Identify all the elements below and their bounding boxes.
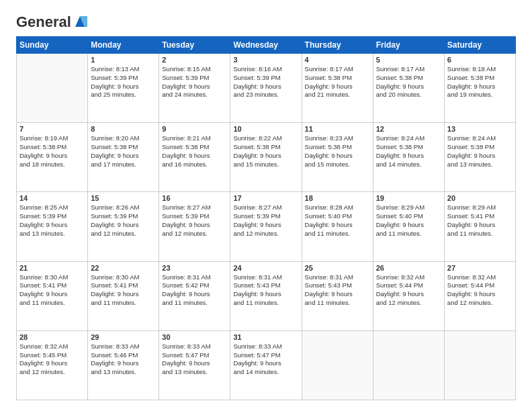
logo: General — [16, 13, 87, 28]
calendar-cell: 2Sunrise: 8:15 AM Sunset: 5:39 PM Daylig… — [159, 54, 230, 123]
day-info: Sunrise: 8:24 AM Sunset: 5:38 PM Dayligh… — [376, 134, 441, 169]
day-header-saturday: Saturday — [444, 37, 515, 54]
calendar-cell: 22Sunrise: 8:30 AM Sunset: 5:41 PM Dayli… — [88, 261, 159, 330]
day-number: 22 — [91, 264, 156, 272]
calendar-cell: 5Sunrise: 8:17 AM Sunset: 5:38 PM Daylig… — [373, 54, 444, 123]
calendar-cell: 14Sunrise: 8:25 AM Sunset: 5:39 PM Dayli… — [17, 192, 88, 261]
day-number: 1 — [91, 56, 156, 64]
calendar-cell: 24Sunrise: 8:31 AM Sunset: 5:43 PM Dayli… — [230, 261, 302, 330]
calendar-cell: 4Sunrise: 8:17 AM Sunset: 5:38 PM Daylig… — [302, 54, 373, 123]
calendar-cell — [17, 54, 88, 123]
day-info: Sunrise: 8:33 AM Sunset: 5:47 PM Dayligh… — [233, 342, 298, 377]
calendar-cell — [444, 330, 515, 400]
calendar-cell: 20Sunrise: 8:29 AM Sunset: 5:41 PM Dayli… — [444, 192, 515, 261]
calendar-cell: 29Sunrise: 8:33 AM Sunset: 5:46 PM Dayli… — [88, 330, 159, 400]
day-info: Sunrise: 8:33 AM Sunset: 5:47 PM Dayligh… — [162, 342, 227, 377]
day-number: 30 — [162, 333, 227, 341]
day-number: 26 — [376, 264, 441, 272]
day-number: 29 — [91, 333, 156, 341]
day-number: 6 — [447, 56, 513, 64]
day-header-tuesday: Tuesday — [159, 37, 230, 54]
calendar-cell: 7Sunrise: 8:19 AM Sunset: 5:38 PM Daylig… — [17, 123, 88, 192]
calendar-cell: 30Sunrise: 8:33 AM Sunset: 5:47 PM Dayli… — [159, 330, 230, 400]
day-number: 4 — [305, 56, 370, 64]
calendar-cell: 28Sunrise: 8:32 AM Sunset: 5:45 PM Dayli… — [17, 330, 88, 400]
calendar-cell: 12Sunrise: 8:24 AM Sunset: 5:38 PM Dayli… — [373, 123, 444, 192]
day-info: Sunrise: 8:23 AM Sunset: 5:38 PM Dayligh… — [305, 134, 370, 169]
day-number: 15 — [91, 194, 156, 202]
day-number: 16 — [162, 194, 227, 202]
day-number: 7 — [19, 125, 85, 133]
calendar-cell: 23Sunrise: 8:31 AM Sunset: 5:42 PM Dayli… — [159, 261, 230, 330]
day-number: 2 — [162, 56, 227, 64]
day-info: Sunrise: 8:21 AM Sunset: 5:38 PM Dayligh… — [162, 134, 227, 169]
calendar-cell: 8Sunrise: 8:20 AM Sunset: 5:38 PM Daylig… — [88, 123, 159, 192]
day-number: 5 — [376, 56, 441, 64]
day-info: Sunrise: 8:25 AM Sunset: 5:39 PM Dayligh… — [19, 203, 85, 238]
calendar-cell: 27Sunrise: 8:32 AM Sunset: 5:44 PM Dayli… — [444, 261, 515, 330]
calendar-cell: 19Sunrise: 8:29 AM Sunset: 5:40 PM Dayli… — [373, 192, 444, 261]
calendar-cell: 26Sunrise: 8:32 AM Sunset: 5:44 PM Dayli… — [373, 261, 444, 330]
calendar-cell: 15Sunrise: 8:26 AM Sunset: 5:39 PM Dayli… — [88, 192, 159, 261]
calendar-cell: 3Sunrise: 8:16 AM Sunset: 5:39 PM Daylig… — [230, 54, 302, 123]
day-info: Sunrise: 8:26 AM Sunset: 5:39 PM Dayligh… — [91, 203, 156, 238]
day-info: Sunrise: 8:28 AM Sunset: 5:40 PM Dayligh… — [305, 203, 370, 238]
day-number: 13 — [447, 125, 513, 133]
day-number: 28 — [19, 333, 85, 341]
day-info: Sunrise: 8:20 AM Sunset: 5:38 PM Dayligh… — [91, 134, 156, 169]
calendar-cell: 21Sunrise: 8:30 AM Sunset: 5:41 PM Dayli… — [17, 261, 88, 330]
logo-icon — [73, 13, 87, 28]
day-info: Sunrise: 8:16 AM Sunset: 5:39 PM Dayligh… — [233, 65, 298, 99]
day-info: Sunrise: 8:31 AM Sunset: 5:43 PM Dayligh… — [233, 273, 298, 308]
day-number: 18 — [305, 194, 370, 202]
calendar-cell: 1Sunrise: 8:13 AM Sunset: 5:39 PM Daylig… — [88, 54, 159, 123]
day-info: Sunrise: 8:17 AM Sunset: 5:38 PM Dayligh… — [376, 65, 441, 99]
day-info: Sunrise: 8:31 AM Sunset: 5:42 PM Dayligh… — [162, 273, 227, 308]
week-row-0: 1Sunrise: 8:13 AM Sunset: 5:39 PM Daylig… — [17, 54, 516, 123]
calendar-cell: 13Sunrise: 8:24 AM Sunset: 5:38 PM Dayli… — [444, 123, 515, 192]
header: General — [16, 13, 516, 28]
day-header-monday: Monday — [88, 37, 159, 54]
week-row-4: 28Sunrise: 8:32 AM Sunset: 5:45 PM Dayli… — [17, 330, 516, 400]
calendar-cell: 6Sunrise: 8:18 AM Sunset: 5:38 PM Daylig… — [444, 54, 515, 123]
logo-general-text: General — [16, 13, 71, 31]
day-number: 9 — [162, 125, 227, 133]
calendar-cell: 31Sunrise: 8:33 AM Sunset: 5:47 PM Dayli… — [230, 330, 302, 400]
calendar-body: 1Sunrise: 8:13 AM Sunset: 5:39 PM Daylig… — [17, 54, 516, 400]
day-info: Sunrise: 8:24 AM Sunset: 5:38 PM Dayligh… — [447, 134, 513, 169]
calendar-cell: 17Sunrise: 8:27 AM Sunset: 5:39 PM Dayli… — [230, 192, 302, 261]
day-info: Sunrise: 8:32 AM Sunset: 5:45 PM Dayligh… — [19, 342, 85, 377]
calendar-cell: 9Sunrise: 8:21 AM Sunset: 5:38 PM Daylig… — [159, 123, 230, 192]
day-info: Sunrise: 8:29 AM Sunset: 5:41 PM Dayligh… — [447, 203, 513, 238]
day-number: 20 — [447, 194, 513, 202]
day-info: Sunrise: 8:30 AM Sunset: 5:41 PM Dayligh… — [19, 273, 85, 308]
calendar-cell: 25Sunrise: 8:31 AM Sunset: 5:43 PM Dayli… — [302, 261, 373, 330]
day-info: Sunrise: 8:33 AM Sunset: 5:46 PM Dayligh… — [91, 342, 156, 377]
day-info: Sunrise: 8:17 AM Sunset: 5:38 PM Dayligh… — [305, 65, 370, 99]
page: General SundayMondayTuesdayWednesdayThur… — [0, 0, 532, 411]
day-info: Sunrise: 8:22 AM Sunset: 5:38 PM Dayligh… — [233, 134, 298, 169]
day-number: 27 — [447, 264, 513, 272]
calendar-cell — [302, 330, 373, 400]
day-header-wednesday: Wednesday — [230, 37, 302, 54]
calendar-cell: 11Sunrise: 8:23 AM Sunset: 5:38 PM Dayli… — [302, 123, 373, 192]
week-row-3: 21Sunrise: 8:30 AM Sunset: 5:41 PM Dayli… — [17, 261, 516, 330]
day-info: Sunrise: 8:13 AM Sunset: 5:39 PM Dayligh… — [91, 65, 156, 99]
day-info: Sunrise: 8:31 AM Sunset: 5:43 PM Dayligh… — [305, 273, 370, 308]
calendar-cell — [373, 330, 444, 400]
day-info: Sunrise: 8:27 AM Sunset: 5:39 PM Dayligh… — [233, 203, 298, 238]
day-number: 23 — [162, 264, 227, 272]
day-number: 24 — [233, 264, 298, 272]
day-header-friday: Friday — [373, 37, 444, 54]
day-info: Sunrise: 8:15 AM Sunset: 5:39 PM Dayligh… — [162, 65, 227, 99]
day-number: 19 — [376, 194, 441, 202]
day-info: Sunrise: 8:19 AM Sunset: 5:38 PM Dayligh… — [19, 134, 85, 169]
calendar-header-row: SundayMondayTuesdayWednesdayThursdayFrid… — [17, 37, 516, 54]
day-number: 8 — [91, 125, 156, 133]
day-number: 17 — [233, 194, 298, 202]
day-number: 21 — [19, 264, 85, 272]
day-info: Sunrise: 8:27 AM Sunset: 5:39 PM Dayligh… — [162, 203, 227, 238]
day-header-sunday: Sunday — [17, 37, 88, 54]
day-number: 12 — [376, 125, 441, 133]
day-info: Sunrise: 8:18 AM Sunset: 5:38 PM Dayligh… — [447, 65, 513, 99]
